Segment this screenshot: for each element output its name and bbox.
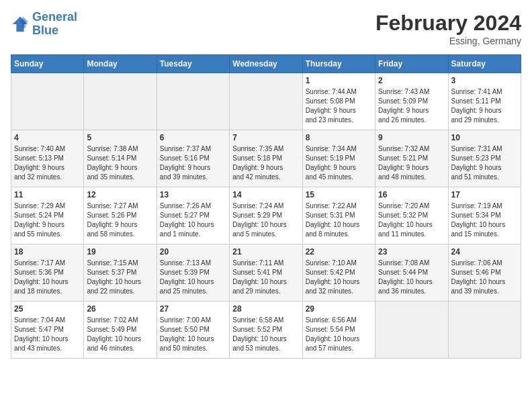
day-info: Sunrise: 7:20 AM Sunset: 5:32 PM Dayligh… xyxy=(378,201,445,239)
day-number: 26 xyxy=(87,304,153,314)
day-info: Sunrise: 7:32 AM Sunset: 5:21 PM Dayligh… xyxy=(378,144,445,182)
calendar-cell: 14Sunrise: 7:24 AM Sunset: 5:29 PM Dayli… xyxy=(230,187,302,244)
calendar-cell: 1Sunrise: 7:44 AM Sunset: 5:08 PM Daylig… xyxy=(302,73,375,130)
day-number: 25 xyxy=(14,304,81,314)
day-info: Sunrise: 7:27 AM Sunset: 5:26 PM Dayligh… xyxy=(87,201,153,239)
day-info: Sunrise: 7:40 AM Sunset: 5:13 PM Dayligh… xyxy=(14,144,81,182)
day-info: Sunrise: 7:41 AM Sunset: 5:11 PM Dayligh… xyxy=(451,87,518,125)
day-number: 12 xyxy=(87,190,153,199)
calendar-cell: 29Sunrise: 6:56 AM Sunset: 5:54 PM Dayli… xyxy=(302,302,375,359)
calendar-cell: 25Sunrise: 7:04 AM Sunset: 5:47 PM Dayli… xyxy=(11,302,84,359)
calendar-cell: 4Sunrise: 7:40 AM Sunset: 5:13 PM Daylig… xyxy=(11,130,84,187)
day-info: Sunrise: 7:08 AM Sunset: 5:44 PM Dayligh… xyxy=(378,259,445,296)
calendar-cell: 22Sunrise: 7:10 AM Sunset: 5:42 PM Dayli… xyxy=(302,244,375,302)
day-info: Sunrise: 7:11 AM Sunset: 5:41 PM Dayligh… xyxy=(232,259,299,296)
day-info: Sunrise: 7:29 AM Sunset: 5:24 PM Dayligh… xyxy=(14,201,81,239)
logo-icon xyxy=(11,15,30,34)
month-year-title: February 2024 xyxy=(375,11,521,36)
day-number: 20 xyxy=(160,247,226,257)
calendar-cell: 18Sunrise: 7:17 AM Sunset: 5:36 PM Dayli… xyxy=(11,244,84,302)
calendar-cell: 13Sunrise: 7:26 AM Sunset: 5:27 PM Dayli… xyxy=(157,187,229,244)
day-number: 24 xyxy=(451,247,518,257)
day-info: Sunrise: 7:19 AM Sunset: 5:34 PM Dayligh… xyxy=(451,201,518,239)
day-number: 3 xyxy=(451,76,518,85)
calendar-cell: 10Sunrise: 7:31 AM Sunset: 5:23 PM Dayli… xyxy=(448,130,521,187)
day-info: Sunrise: 7:17 AM Sunset: 5:36 PM Dayligh… xyxy=(14,259,81,296)
calendar-cell: 20Sunrise: 7:13 AM Sunset: 5:39 PM Dayli… xyxy=(157,244,229,302)
day-number: 9 xyxy=(378,133,445,142)
day-number: 7 xyxy=(232,133,299,142)
day-number: 14 xyxy=(232,190,299,199)
day-number: 18 xyxy=(14,247,81,257)
calendar-cell: 27Sunrise: 7:00 AM Sunset: 5:50 PM Dayli… xyxy=(157,302,229,359)
weekday-header-sunday: Sunday xyxy=(11,55,84,73)
day-number: 8 xyxy=(306,133,372,142)
weekday-header-saturday: Saturday xyxy=(448,55,521,73)
calendar-cell: 2Sunrise: 7:43 AM Sunset: 5:09 PM Daylig… xyxy=(375,73,448,130)
calendar-cell: 24Sunrise: 7:06 AM Sunset: 5:46 PM Dayli… xyxy=(448,244,521,302)
calendar-cell: 11Sunrise: 7:29 AM Sunset: 5:24 PM Dayli… xyxy=(11,187,84,244)
weekday-header-friday: Friday xyxy=(375,55,448,73)
day-number: 11 xyxy=(14,190,81,199)
day-info: Sunrise: 7:22 AM Sunset: 5:31 PM Dayligh… xyxy=(306,201,372,239)
calendar-cell: 12Sunrise: 7:27 AM Sunset: 5:26 PM Dayli… xyxy=(84,187,157,244)
logo: General Blue xyxy=(11,11,77,38)
day-info: Sunrise: 7:15 AM Sunset: 5:37 PM Dayligh… xyxy=(87,259,153,296)
day-info: Sunrise: 7:44 AM Sunset: 5:08 PM Dayligh… xyxy=(306,87,372,125)
day-info: Sunrise: 7:35 AM Sunset: 5:18 PM Dayligh… xyxy=(232,144,299,182)
calendar-cell: 15Sunrise: 7:22 AM Sunset: 5:31 PM Dayli… xyxy=(302,187,375,244)
day-info: Sunrise: 7:34 AM Sunset: 5:19 PM Dayligh… xyxy=(306,144,372,182)
calendar-cell xyxy=(157,73,229,130)
calendar-cell: 23Sunrise: 7:08 AM Sunset: 5:44 PM Dayli… xyxy=(375,244,448,302)
calendar-cell: 9Sunrise: 7:32 AM Sunset: 5:21 PM Daylig… xyxy=(375,130,448,187)
day-number: 10 xyxy=(451,133,518,142)
calendar-cell: 3Sunrise: 7:41 AM Sunset: 5:11 PM Daylig… xyxy=(448,73,521,130)
day-info: Sunrise: 7:38 AM Sunset: 5:14 PM Dayligh… xyxy=(87,144,153,182)
day-number: 5 xyxy=(87,133,153,142)
day-number: 23 xyxy=(378,247,445,257)
calendar-cell: 6Sunrise: 7:37 AM Sunset: 5:16 PM Daylig… xyxy=(157,130,229,187)
day-info: Sunrise: 7:10 AM Sunset: 5:42 PM Dayligh… xyxy=(306,259,372,296)
day-number: 15 xyxy=(306,190,372,199)
title-area: February 2024 Essing, Germany xyxy=(375,11,521,46)
day-number: 29 xyxy=(306,304,372,314)
day-number: 27 xyxy=(160,304,226,314)
day-number: 19 xyxy=(87,247,153,257)
calendar-cell: 7Sunrise: 7:35 AM Sunset: 5:18 PM Daylig… xyxy=(230,130,302,187)
day-number: 22 xyxy=(306,247,372,257)
day-info: Sunrise: 7:26 AM Sunset: 5:27 PM Dayligh… xyxy=(160,201,226,239)
day-info: Sunrise: 7:00 AM Sunset: 5:50 PM Dayligh… xyxy=(160,316,226,353)
day-info: Sunrise: 7:37 AM Sunset: 5:16 PM Dayligh… xyxy=(160,144,226,182)
weekday-header-monday: Monday xyxy=(84,55,157,73)
day-info: Sunrise: 7:31 AM Sunset: 5:23 PM Dayligh… xyxy=(451,144,518,182)
weekday-header-thursday: Thursday xyxy=(302,55,375,73)
calendar-cell xyxy=(230,73,302,130)
calendar-cell xyxy=(375,302,448,359)
logo-text: General Blue xyxy=(32,11,77,38)
calendar-cell xyxy=(84,73,157,130)
calendar-cell: 28Sunrise: 6:58 AM Sunset: 5:52 PM Dayli… xyxy=(230,302,302,359)
day-number: 28 xyxy=(232,304,299,314)
calendar-cell xyxy=(11,73,84,130)
day-info: Sunrise: 7:24 AM Sunset: 5:29 PM Dayligh… xyxy=(232,201,299,239)
calendar-cell: 21Sunrise: 7:11 AM Sunset: 5:41 PM Dayli… xyxy=(230,244,302,302)
weekday-header-tuesday: Tuesday xyxy=(157,55,229,73)
day-number: 6 xyxy=(160,133,226,142)
day-info: Sunrise: 6:58 AM Sunset: 5:52 PM Dayligh… xyxy=(232,316,299,353)
page-header: General Blue February 2024 Essing, Germa… xyxy=(11,11,521,46)
calendar-cell: 19Sunrise: 7:15 AM Sunset: 5:37 PM Dayli… xyxy=(84,244,157,302)
calendar-cell: 8Sunrise: 7:34 AM Sunset: 5:19 PM Daylig… xyxy=(302,130,375,187)
weekday-header-wednesday: Wednesday xyxy=(230,55,302,73)
calendar-cell: 17Sunrise: 7:19 AM Sunset: 5:34 PM Dayli… xyxy=(448,187,521,244)
day-number: 1 xyxy=(306,76,372,85)
calendar-table: SundayMondayTuesdayWednesdayThursdayFrid… xyxy=(11,54,521,359)
day-number: 2 xyxy=(378,76,445,85)
day-info: Sunrise: 7:02 AM Sunset: 5:49 PM Dayligh… xyxy=(87,316,153,353)
day-info: Sunrise: 7:13 AM Sunset: 5:39 PM Dayligh… xyxy=(160,259,226,296)
location-title: Essing, Germany xyxy=(375,36,521,46)
day-info: Sunrise: 6:56 AM Sunset: 5:54 PM Dayligh… xyxy=(306,316,372,353)
calendar-cell: 5Sunrise: 7:38 AM Sunset: 5:14 PM Daylig… xyxy=(84,130,157,187)
calendar-cell xyxy=(448,302,521,359)
day-number: 16 xyxy=(378,190,445,199)
day-number: 13 xyxy=(160,190,226,199)
